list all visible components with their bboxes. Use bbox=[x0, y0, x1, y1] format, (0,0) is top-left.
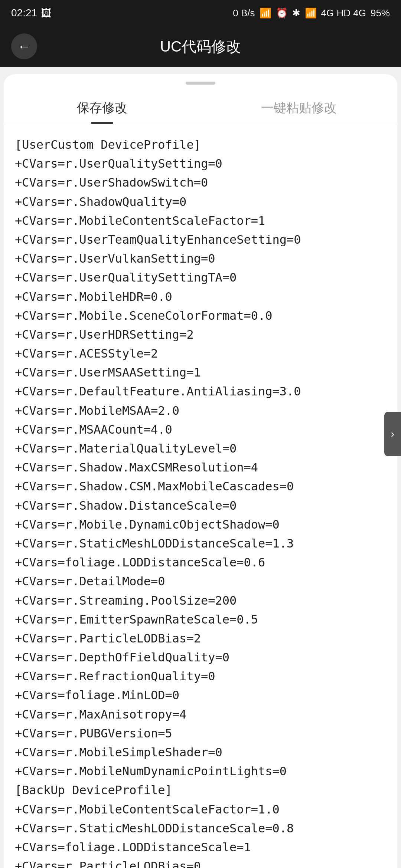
time-display: 02:21 bbox=[11, 7, 37, 19]
page-title: UC代码修改 bbox=[160, 36, 241, 57]
code-content[interactable]: [UserCustom DeviceProfile] +CVars=r.User… bbox=[15, 135, 386, 868]
content-area: [UserCustom DeviceProfile] +CVars=r.User… bbox=[4, 124, 397, 868]
network-speed: 0 B/s bbox=[233, 7, 255, 19]
status-left: 02:21 🖼 bbox=[11, 7, 51, 19]
bluetooth-icon: ✱ bbox=[292, 7, 300, 19]
main-card: 保存修改 一键粘贴修改 [UserCustom DeviceProfile] +… bbox=[4, 74, 397, 868]
title-bar: ← UC代码修改 bbox=[0, 26, 401, 67]
tab-bar: 保存修改 一键粘贴修改 bbox=[4, 88, 397, 124]
back-button[interactable]: ← bbox=[11, 33, 37, 59]
tab-paste-label: 一键粘贴修改 bbox=[261, 101, 337, 115]
battery-display: 95% bbox=[371, 7, 390, 19]
tab-save-label: 保存修改 bbox=[77, 101, 127, 115]
signal-icon: 📶 bbox=[305, 7, 317, 19]
network-type: 4G HD 4G bbox=[321, 7, 366, 19]
status-bar: 02:21 🖼 0 B/s 📶 ⏰ ✱ 📶 4G HD 4G 95% bbox=[0, 0, 401, 26]
drag-handle-bar bbox=[186, 82, 215, 85]
status-right: 0 B/s 📶 ⏰ ✱ 📶 4G HD 4G 95% bbox=[233, 7, 390, 19]
tab-paste[interactable]: 一键粘贴修改 bbox=[200, 88, 397, 124]
chevron-right-icon: › bbox=[391, 428, 394, 440]
side-handle[interactable]: › bbox=[384, 412, 401, 456]
sim-icon: 📶 bbox=[260, 7, 271, 19]
alarm-icon: ⏰ bbox=[276, 7, 288, 19]
photo-icon: 🖼 bbox=[41, 7, 51, 19]
back-arrow-icon: ← bbox=[17, 39, 31, 54]
tab-save[interactable]: 保存修改 bbox=[4, 88, 200, 124]
drag-handle[interactable] bbox=[4, 74, 397, 88]
